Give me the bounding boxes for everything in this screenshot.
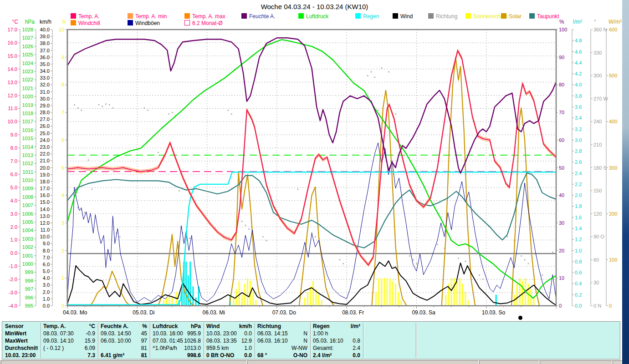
rain-axis-label: 1.2 [575,237,582,242]
direction-dot [297,189,298,190]
table-header-feuchte-a-: Feuchte A.% [101,323,147,330]
desktop-wallpaper-strip [622,0,629,364]
sunshine-bar [238,281,240,306]
rain-bar [189,262,191,306]
wind-axis-label: 12.0 [40,220,50,226]
wind-axis-label: 15.0 [40,199,50,205]
table-header-temp-a-: Temp. A.°C [43,323,95,330]
table-cell-value: -0.9 [86,330,95,338]
direction-dot [81,110,82,111]
weather-chart[interactable]: °ChPakm/hh%l/m²°W/m²-4.0-3.0-2.0-1.00.01… [0,0,629,321]
wind-axis-label: 0.0 [43,303,50,308]
plot-area[interactable] [67,30,556,306]
sunshine-bar [462,283,463,306]
sunshine-bar [450,278,452,306]
sunshine-bar [318,295,319,306]
wind-axis-label: 2.0 [43,289,50,295]
temp-axis-label: 2.0 [10,224,17,230]
wind-axis-label: 30.0 [40,96,50,101]
direction-dot [172,112,173,113]
direction-dot [249,228,250,229]
table-cell: 10.03. 16:00995.9 [153,330,201,338]
x-day-label: 10.03. So [482,309,506,316]
humidity-axis-label: 80 [559,82,564,87]
wind-axis-label: 39.0 [40,34,50,39]
direction-dot [241,221,242,222]
table-cell-left: Gesamt: [313,345,333,352]
wind-axis-label: 10.0 [40,234,50,239]
pressure-axis-label: 1007 [22,202,33,208]
pressure-axis-label: 1025 [22,52,33,57]
sunshine-bar [467,300,469,306]
statusbar-segment [479,360,539,364]
table-cell: 09.03. 14:1015.9 [43,338,95,345]
wind-axis-label: 27.0 [40,116,50,122]
table-cell-left: 09.03. 14:50 [101,330,131,338]
table-cell-left: Temp. A. [43,323,66,330]
table-cell-value: 0.0 [244,330,252,338]
humidity-axis-label: 0 [559,303,562,308]
table-rowlabel: 10.03. 23:00 [5,352,38,359]
rain-axis-label: 4.6 [575,49,582,55]
rain-axis-label: 1.0 [575,248,582,253]
pressure-axis-label: 999 [25,269,33,275]
table-cell-value: °C [89,323,95,330]
sunshine-bar [398,292,399,306]
wind-axis-label: 25.0 [40,131,50,136]
table-cell: 7.3 [43,352,95,359]
pressure-axis-label: 1024 [22,61,33,66]
direction-dot [77,107,78,108]
pressure-axis-label: 997 [25,286,33,292]
table-cell-value: 81 [141,345,147,352]
wind-axis-label: 14.0 [40,207,50,212]
table-cell: ^1.0hPa/h1013.0 [153,345,201,352]
humidity-axis-label: 20 [559,248,564,253]
direction-dot [458,258,459,258]
temp-axis-label: 11.0 [8,106,17,111]
direction-dot [74,104,75,105]
rain-axis-label: 0.6 [575,270,582,275]
direction-axis-label: 60 [593,257,599,263]
pressure-axis-label: 1014 [22,144,33,150]
wind-axis-label: 16.0 [40,192,50,198]
pressure-axis-label: 1004 [22,228,33,233]
table-cell-left: 06.03. 16:10 [257,338,288,345]
table-cell: 0 Bft O-NO0.0 [206,352,252,359]
pressure-axis-label: 1013 [22,152,33,158]
solar-axis-label: 400 [609,119,617,124]
wind-axis-label: 32.0 [40,82,50,87]
rain-axis-label: 0.0 [575,303,582,308]
table-cell-left: 10.03. 23:00 [206,330,237,338]
rain-axis-label: 2.2 [575,182,582,187]
table-cell: 998.6 [153,352,201,359]
pressure-axis-label: 1011 [22,169,33,175]
table-rowlabel: MinWert [5,330,38,338]
direction-dot [84,212,85,212]
direction-dot [388,71,389,72]
pressure-axis-label: 1005 [22,219,33,225]
table-cell: 06.03. 10:0097 [101,338,147,345]
direction-axis-label: 360 N [593,27,607,32]
axis-unit-header: km/h [40,19,51,25]
table-cell-left: MinWert [5,330,26,338]
direction-dot [119,236,120,237]
temp-axis-label: -4.0 [9,303,17,308]
table-cell-value: 2.4 [353,345,360,352]
table-cell-left: 10.03. 16:00 [153,330,183,338]
direction-axis-label: 30 [593,280,599,285]
humidity-axis-label: 30 [559,220,564,226]
sunshine-bar [386,278,388,306]
rain-axis-label: 2.8 [575,148,582,154]
wind-axis-label: 3.0 [43,282,50,288]
direction-dot [378,110,378,111]
rain-axis-label: 2.0 [575,192,582,198]
table-cell-value: % [142,323,147,330]
direction-dot [413,259,414,260]
pressure-axis-label: 1003 [22,236,33,242]
rain-axis-label: 2.4 [575,171,582,176]
direction-axis-label: 120 [593,211,602,217]
table-cell-left: Feuchte A. [101,323,128,330]
pressure-axis-label: 1023 [22,69,33,74]
axis-unit-header: hPa [25,19,35,25]
table-cell-left: Regen [313,323,330,330]
